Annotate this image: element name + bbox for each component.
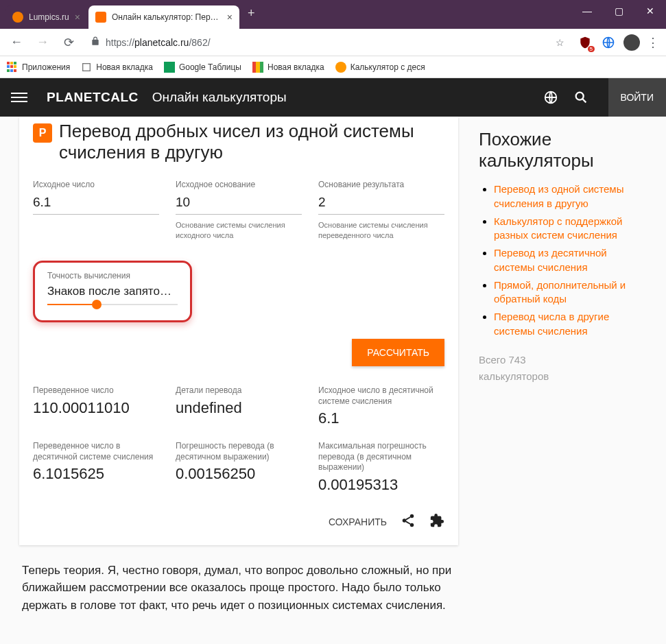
reload-button[interactable]: ⟳ (59, 35, 78, 50)
bookmark-label: Google Таблицы (179, 62, 241, 72)
maximize-button[interactable]: ▢ (603, 0, 634, 22)
result-label: Максимальная погрешность перевода (в дес… (318, 441, 444, 473)
puzzle-icon[interactable] (429, 513, 444, 532)
ublock-extension-icon[interactable]: 5 (577, 34, 593, 51)
precision-highlighted-box: Точность вычисления Знаков после запятой… (33, 261, 192, 322)
bookmarks-bar: Приложения Новая вкладка Google Таблицы … (0, 56, 666, 78)
result-value: 0.00156250 (176, 465, 302, 483)
precision-slider[interactable] (47, 304, 178, 305)
related-link[interactable]: Перевод из одной системы счисления в дру… (494, 183, 623, 208)
source-base-field[interactable]: Исходное основание 10 Основание системы … (176, 180, 302, 240)
sidebar-footer: Всего 743 калькуляторов (479, 352, 637, 385)
hamburger-icon[interactable] (11, 93, 27, 102)
svg-point-5 (403, 518, 407, 523)
calculator-card: P Перевод дробных чисел из одной системы… (19, 117, 458, 545)
precision-text: Знаков после запятой… (47, 285, 178, 298)
result-value: undefined (176, 399, 302, 417)
result-error: Погрешность перевода (в десятичном выраж… (176, 441, 302, 494)
header-subtitle: Онлайн калькуляторы (152, 90, 287, 105)
result-value: 6.1015625 (33, 465, 159, 483)
browser-tab-active[interactable]: Онлайн калькулятор: Перевод / × (88, 5, 239, 29)
field-label: Основание результата (318, 180, 444, 189)
calculator-icon: P (33, 123, 52, 143)
sidebar-title: Похожие калькуляторы (479, 129, 637, 171)
close-icon[interactable]: × (75, 12, 80, 23)
url-text: https://planetcalc.ru/862/ (106, 37, 211, 48)
result-value: 0.00195313 (318, 476, 444, 494)
browser-tab[interactable]: Lumpics.ru × (5, 5, 87, 29)
svg-rect-1 (83, 63, 91, 71)
field-label: Исходное число (33, 180, 159, 189)
menu-icon[interactable]: ⋮ (647, 35, 659, 50)
result-source-decimal: Исходное число в десятичной системе счис… (318, 385, 444, 427)
related-link[interactable]: Перевод из десятичной системы счисления (494, 247, 607, 272)
login-button[interactable]: ВОЙТИ (608, 78, 666, 117)
field-value[interactable]: 2 (318, 192, 444, 215)
bookmark-label: Приложения (22, 62, 70, 72)
result-label: Погрешность перевода (в десятичном выраж… (176, 441, 302, 462)
result-converted-decimal: Переведенное число в десятичной системе … (33, 441, 159, 494)
field-label: Исходное основание (176, 180, 302, 189)
result-converted-number: Переведенное число 110.00011010 (33, 385, 159, 427)
precision-label: Точность вычисления (47, 271, 178, 281)
svg-point-4 (410, 514, 414, 518)
share-icon[interactable] (401, 513, 416, 532)
bookmark-item[interactable]: Новая вкладка (252, 62, 324, 73)
result-label: Детали перевода (176, 385, 302, 396)
close-icon[interactable]: × (227, 12, 233, 23)
bookmark-label: Калькулятор с деся (350, 62, 425, 72)
bookmark-apps[interactable]: Приложения (7, 62, 70, 73)
language-icon[interactable] (543, 89, 559, 106)
browser-titlebar: Lumpics.ru × Онлайн калькулятор: Перевод… (0, 0, 666, 29)
field-value[interactable]: 6.1 (33, 192, 159, 215)
field-hint: Основание системы счисления переведенног… (318, 220, 444, 240)
bookmark-item[interactable]: Новая вкладка (81, 62, 153, 73)
svg-point-6 (410, 523, 414, 527)
globe-extension-icon[interactable] (600, 34, 617, 51)
tab-title: Онлайн калькулятор: Перевод / (112, 12, 222, 22)
result-details: Детали перевода undefined (176, 385, 302, 427)
calculator-title-row: P Перевод дробных чисел из одной системы… (33, 117, 444, 170)
minimize-button[interactable]: — (571, 0, 603, 22)
related-links-list: Перевод из одной системы счисления в дру… (479, 182, 637, 338)
target-base-field[interactable]: Основание результата 2 Основание системы… (318, 180, 444, 240)
browser-toolbar: ← → ⟳ https://planetcalc.ru/862/ ☆ 5 ⋮ (0, 29, 666, 56)
bookmark-item[interactable]: Google Таблицы (164, 62, 241, 73)
result-label: Исходное число в десятичной системе счис… (318, 385, 444, 407)
profile-avatar[interactable] (623, 34, 640, 51)
result-label: Переведенное число (33, 385, 159, 396)
tab-title: Lumpics.ru (29, 12, 69, 22)
site-header: PLANETCALC Онлайн калькуляторы ВОЙТИ (0, 78, 666, 117)
window-controls: — ▢ ✕ (571, 0, 666, 22)
calculator-title: Перевод дробных чисел из одной системы с… (59, 121, 444, 163)
result-max-error: Максимальная погрешность перевода (в дес… (318, 441, 444, 494)
search-icon[interactable] (573, 89, 589, 106)
result-label: Переведенное число в десятичной системе … (33, 441, 159, 462)
related-link[interactable]: Прямой, дополнительный и обратный коды (494, 279, 626, 305)
back-button[interactable]: ← (7, 35, 26, 49)
new-tab-button[interactable]: + (241, 6, 262, 21)
save-button[interactable]: СОХРАНИТЬ (329, 516, 387, 527)
bookmark-item[interactable]: Калькулятор с деся (335, 62, 425, 73)
sidebar: Похожие калькуляторы Перевод из одной си… (479, 117, 637, 644)
brand-logo[interactable]: PLANETCALC (47, 90, 139, 105)
page-content: P Перевод дробных чисел из одной системы… (0, 117, 666, 644)
address-bar[interactable]: https://planetcalc.ru/862/ ☆ (85, 36, 570, 48)
star-icon[interactable]: ☆ (556, 37, 564, 48)
field-hint: Основание системы счисления исходного чи… (176, 220, 302, 240)
close-button[interactable]: ✕ (634, 0, 666, 22)
forward-button[interactable]: → (33, 35, 52, 49)
slider-thumb[interactable] (92, 300, 102, 309)
field-value[interactable]: 10 (176, 192, 302, 215)
source-number-field[interactable]: Исходное число 6.1 (33, 180, 159, 240)
result-value: 110.00011010 (33, 399, 159, 417)
bookmark-label: Новая вкладка (267, 62, 324, 72)
calculate-button[interactable]: РАССЧИТАТЬ (352, 339, 444, 366)
related-link[interactable]: Калькулятор с поддержкой разных систем с… (494, 215, 622, 241)
related-link[interactable]: Перевод числа в другие системы счисления (494, 311, 609, 336)
lock-icon (91, 36, 100, 48)
tab-favicon (12, 12, 23, 23)
result-value: 6.1 (318, 409, 444, 427)
theory-paragraph: Теперь теория. Я, честно говоря, думал, … (19, 556, 458, 615)
bookmark-label: Новая вкладка (96, 62, 153, 72)
